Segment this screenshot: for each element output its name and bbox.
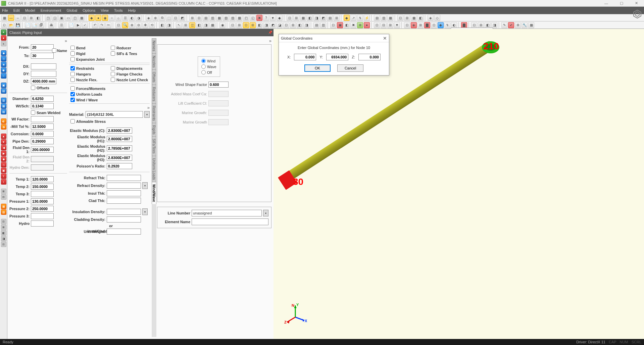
tool-btn[interactable]: ◱ — [250, 15, 256, 21]
tool-btn[interactable]: ▦ — [79, 15, 85, 21]
tool-btn[interactable]: ◩ — [179, 15, 185, 21]
tool-btn[interactable]: ⊡ — [397, 15, 403, 21]
tool-btn[interactable]: ▧ — [223, 15, 229, 21]
tab-offsets[interactable]: Offsets — [152, 69, 156, 85]
hd-input[interactable] — [31, 164, 54, 170]
strip-icon[interactable]: k — [1, 41, 6, 46]
dx-input[interactable] — [31, 63, 56, 69]
tool-btn[interactable]: ⊞ — [417, 22, 424, 28]
tool-btn[interactable]: ⊞ — [478, 22, 484, 28]
strip-icon[interactable]: ◉ — [1, 67, 6, 73]
eh1-input[interactable] — [107, 136, 132, 142]
tool-btn[interactable]: ◧ — [344, 22, 350, 28]
to-input[interactable] — [31, 53, 54, 59]
tool-btn[interactable]: ⌂ — [115, 15, 121, 21]
tool-btn[interactable]: ◫ — [72, 15, 78, 21]
tool-btn[interactable]: ▩ — [236, 15, 242, 21]
bend-checkbox[interactable] — [70, 46, 75, 50]
pin-icon[interactable]: 📌 — [268, 31, 272, 34]
p3-input[interactable] — [31, 213, 54, 219]
tool-btn[interactable]: ⊡ — [21, 15, 28, 21]
strip-icon[interactable]: ⊡ — [1, 219, 6, 224]
tool-btn[interactable]: ◉ — [219, 22, 226, 28]
rigid-checkbox[interactable] — [70, 51, 75, 56]
tool-btn[interactable]: ↯ — [444, 22, 450, 28]
dialog-close-icon[interactable]: ✕ — [383, 36, 387, 41]
menu-model[interactable]: Model — [25, 8, 35, 12]
menu-help[interactable]: Help — [128, 8, 136, 12]
forces-checkbox[interactable] — [70, 86, 75, 91]
tool-btn[interactable]: ◧ — [159, 22, 165, 28]
tool-btn[interactable]: ⊡ — [283, 22, 289, 28]
tool-save-icon[interactable]: 💾 — [15, 22, 21, 28]
tool-btn[interactable]: ⊞ — [250, 22, 256, 28]
tool-btn[interactable]: ▤ — [374, 15, 380, 21]
tool-btn[interactable]: ⊡ — [243, 22, 249, 28]
tool-btn[interactable]: ☰ — [122, 15, 128, 21]
tool-btn[interactable]: ⊡ — [431, 22, 437, 28]
menu-view[interactable]: View — [101, 8, 109, 12]
menu-environment[interactable]: Environment — [41, 8, 61, 12]
tool-move-icon[interactable]: ✥ — [142, 22, 148, 28]
tool-btn[interactable]: ▥ — [320, 22, 326, 28]
tool-btn[interactable]: ⊡ — [330, 22, 336, 28]
tool-btn[interactable]: ▦ — [387, 15, 393, 21]
it-input[interactable] — [107, 190, 141, 196]
tool-btn[interactable]: ↯ — [357, 15, 363, 21]
tool-redo-icon[interactable]: ↷ — [99, 22, 105, 28]
tool-btn[interactable]: ● — [364, 22, 370, 28]
expand-chevron-icon[interactable]: » — [157, 38, 271, 43]
tool-btn[interactable]: ◩ — [270, 22, 276, 28]
tool-btn[interactable]: ▼ — [394, 22, 400, 28]
strip-icon[interactable]: I — [1, 179, 6, 185]
tool-btn[interactable]: ⊡ — [374, 22, 380, 28]
tool-btn[interactable]: ◈ — [411, 22, 417, 28]
tool-btn[interactable]: ⚙ — [515, 22, 521, 28]
pr-input[interactable] — [107, 163, 132, 169]
strip-icon[interactable]: ⊟ — [1, 194, 6, 200]
tool-btn[interactable]: ⊞ — [290, 22, 296, 28]
fd2-input[interactable] — [31, 156, 54, 162]
strip-icon[interactable]: ▲ — [1, 134, 6, 139]
tab-windwave[interactable]: Wind/Wave — [152, 182, 156, 204]
tool-btn[interactable]: ▇ — [461, 22, 467, 28]
strip-icon[interactable]: ▶ — [1, 151, 6, 156]
tool-btn[interactable]: ⊞ — [293, 15, 299, 21]
tool-btn[interactable]: ⊕ — [357, 22, 363, 28]
tool-btn[interactable]: ☰ — [58, 22, 64, 28]
tool-btn[interactable]: ⊞ — [189, 15, 195, 21]
tool-btn[interactable]: ⊟ — [381, 22, 387, 28]
tool-btn[interactable]: 🗐 — [38, 22, 44, 28]
tool-btn[interactable]: ✂ — [105, 22, 111, 28]
ct-input[interactable] — [107, 198, 141, 204]
tool-btn[interactable]: ✓ — [82, 22, 88, 28]
tool-btn[interactable]: ▦ — [216, 15, 222, 21]
hangers-checkbox[interactable] — [70, 72, 75, 76]
cancel-button[interactable]: Cancel — [337, 64, 363, 72]
tool-btn[interactable]: ▥ — [209, 15, 215, 21]
tab-names[interactable]: Names — [152, 38, 156, 53]
tool-btn[interactable]: ▣ — [337, 22, 343, 28]
tool-btn[interactable]: ▥ — [381, 15, 387, 21]
tab-restraints[interactable]: Restraints — [152, 103, 156, 123]
tool-btn[interactable]: ▦ — [528, 22, 534, 28]
p1-input[interactable] — [31, 198, 54, 204]
rd-input[interactable] — [107, 183, 141, 189]
tool-btn[interactable]: ◧ — [35, 15, 41, 21]
line-number-dropdown-icon[interactable]: ▾ — [263, 210, 268, 216]
strip-icon[interactable]: ▤ — [1, 88, 6, 94]
tool-btn[interactable]: ▤ — [203, 15, 209, 21]
tool-btn[interactable]: ⊟ — [196, 15, 202, 21]
tool-btn[interactable]: ◧ — [256, 22, 262, 28]
tool-btn[interactable]: ◫ — [189, 22, 195, 28]
strip-icon[interactable]: ◇ — [1, 56, 6, 61]
tool-btn[interactable]: ⊞ — [404, 15, 410, 21]
tool-btn[interactable]: ⊡ — [172, 15, 179, 21]
tool-btn[interactable]: ◧ — [485, 22, 491, 28]
tool-btn[interactable]: ▨ — [230, 15, 236, 21]
strip-icon[interactable]: ◆ — [1, 156, 6, 162]
tool-btn[interactable]: ◧ — [196, 22, 202, 28]
tool-btn[interactable]: 📑 — [32, 22, 38, 28]
t2-input[interactable] — [31, 184, 54, 190]
hy-input[interactable] — [31, 220, 54, 227]
